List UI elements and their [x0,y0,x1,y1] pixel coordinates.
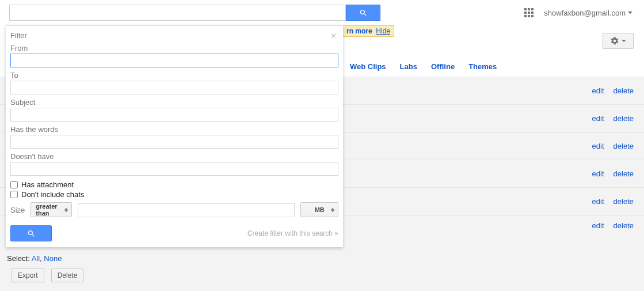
delete-link[interactable]: delete [613,169,634,178]
subject-label: Subject [10,98,338,107]
select-all-link[interactable]: All [32,254,40,263]
caret-down-icon [622,40,626,42]
apps-icon[interactable] [524,8,534,17]
select-label: Select: [7,254,30,263]
size-value-input[interactable] [78,203,295,217]
caret-down-icon [628,12,632,14]
size-operator-value: greater than [36,203,60,217]
has-words-input[interactable] [10,135,338,149]
edit-link[interactable]: edit [592,221,604,230]
top-bar: showfaxbon@gmail.com [0,0,644,25]
filter-panel: Filter × From To Subject Has the words D… [6,25,343,247]
subject-input[interactable] [10,108,338,122]
delete-link[interactable]: delete [613,197,634,206]
learn-more-link[interactable]: rn more [346,27,372,35]
search-icon [27,229,36,238]
edit-link[interactable]: edit [592,197,604,206]
settings-gear-button[interactable] [603,33,634,49]
edit-link[interactable]: edit [592,169,604,178]
filter-search-button[interactable] [10,225,52,241]
bottom-links: Create a new filter Import filters [0,288,644,291]
search-input[interactable] [9,5,346,21]
delete-link[interactable]: delete [613,114,634,123]
select-row: Select: All, None [0,251,644,266]
size-operator-select[interactable]: greater than [31,202,72,217]
doesnt-have-label: Doesn't have [10,152,338,161]
size-label: Size [10,206,25,214]
create-filter-with-search-link[interactable]: Create filter with this search » [247,229,338,237]
delete-link[interactable]: delete [613,221,634,230]
close-icon[interactable]: × [329,31,338,40]
gear-icon [610,36,619,46]
has-attachment-checkbox[interactable] [10,181,18,188]
edit-link[interactable]: edit [592,86,604,95]
size-unit-select[interactable]: MB [300,202,338,217]
search-button[interactable] [346,5,380,21]
from-input[interactable] [10,54,338,67]
doesnt-have-input[interactable] [10,162,338,176]
notice-strip: rn more Hide [342,25,394,37]
search-icon [359,9,368,17]
from-label: From [10,44,338,52]
edit-link[interactable]: edit [592,142,604,150]
tab-labs[interactable]: Labs [400,62,417,71]
delete-link[interactable]: delete [613,86,634,95]
account-email: showfaxbon@gmail.com [544,9,626,17]
size-unit-value: MB [315,206,325,213]
has-words-label: Has the words [10,125,338,134]
has-attachment-label: Has attachment [21,180,74,189]
edit-link[interactable]: edit [592,114,604,123]
hide-link[interactable]: Hide [376,27,390,35]
tab-offline[interactable]: Offline [431,62,455,71]
no-chats-label: Don't include chats [21,190,84,199]
to-input[interactable] [10,81,338,95]
delete-button[interactable]: Delete [51,269,84,282]
export-button[interactable]: Export [12,269,44,282]
no-chats-checkbox[interactable] [10,191,18,198]
delete-link[interactable]: delete [613,142,634,150]
to-label: To [10,71,338,80]
select-none-link[interactable]: None [44,254,62,263]
filter-panel-title: Filter [10,31,27,40]
tab-webclips[interactable]: Web Clips [350,62,386,71]
account-menu[interactable]: showfaxbon@gmail.com [544,9,632,17]
tab-themes[interactable]: Themes [468,62,497,71]
